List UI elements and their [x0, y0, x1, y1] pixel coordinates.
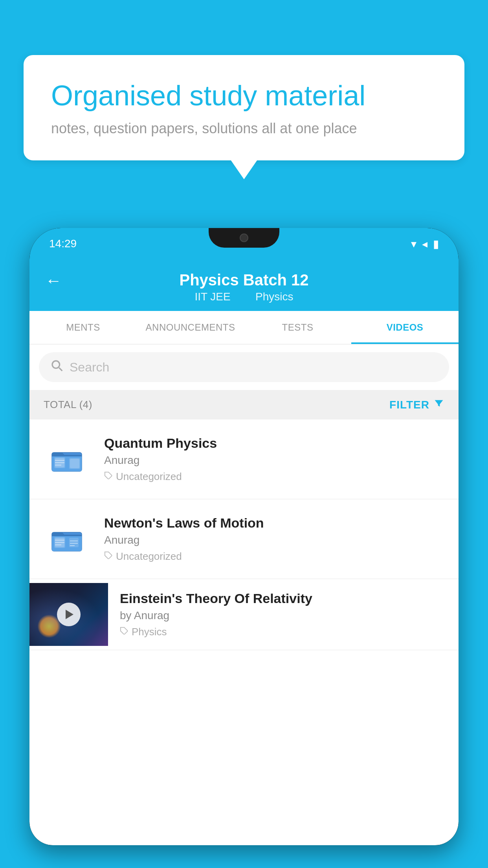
status-icons: ▾ ◂ ▮	[411, 237, 439, 250]
signal-icon: ◂	[422, 237, 427, 250]
video-item-2[interactable]: Newton's Laws of Motion Anurag Uncategor…	[29, 499, 459, 579]
tag-icon-2	[104, 550, 113, 563]
video-thumb-1	[41, 434, 92, 485]
camera	[240, 234, 248, 242]
battery-icon: ▮	[433, 237, 439, 250]
tab-ments[interactable]: MENTS	[29, 311, 137, 344]
video-list: Quantum Physics Anurag Uncategorized	[29, 419, 459, 650]
folder-icon-1	[51, 445, 83, 473]
filter-button[interactable]: FILTER	[389, 398, 444, 412]
video-info-3: Einstein's Theory Of Relativity by Anura…	[120, 579, 447, 650]
video-title-3: Einstein's Theory Of Relativity	[120, 591, 447, 606]
phone-container: 14:29 ▾ ◂ ▮ ← Physics Batch 12 IIT JEE P…	[29, 228, 459, 868]
wifi-icon: ▾	[411, 237, 416, 250]
video-author-1: Anurag	[104, 454, 447, 467]
phone-inner: ← Physics Batch 12 IIT JEE Physics MENTS…	[29, 259, 459, 845]
video-title-1: Quantum Physics	[104, 436, 447, 451]
status-bar: 14:29 ▾ ◂ ▮	[29, 228, 459, 259]
tag-icon-1	[104, 471, 113, 483]
thumbnail-3	[29, 583, 108, 646]
subtitle-separator	[242, 291, 248, 303]
filter-label: FILTER	[389, 399, 429, 411]
search-placeholder: Search	[70, 360, 109, 375]
video-info-1: Quantum Physics Anurag Uncategorized	[104, 436, 447, 483]
folder-icon-2	[51, 525, 83, 553]
app-title: Physics Batch 12	[179, 271, 308, 289]
subtitle-part2: Physics	[255, 291, 293, 303]
tab-bar: MENTS ANNOUNCEMENTS TESTS VIDEOS	[29, 311, 459, 344]
speech-bubble-section: Organised study material notes, question…	[24, 55, 464, 160]
svg-point-0	[52, 361, 60, 368]
search-bar-wrapper: Search	[29, 344, 459, 390]
filter-bar: TOTAL (4) FILTER	[29, 390, 459, 419]
video-tag-1: Uncategorized	[104, 471, 447, 483]
bubble-subtitle: notes, question papers, solutions all at…	[51, 120, 437, 137]
phone-frame: 14:29 ▾ ◂ ▮ ← Physics Batch 12 IIT JEE P…	[29, 228, 459, 845]
svg-line-1	[59, 368, 62, 371]
tag-icon-3	[120, 626, 128, 638]
back-button[interactable]: ←	[45, 271, 62, 290]
search-bar[interactable]: Search	[39, 352, 449, 382]
app-subtitle: IIT JEE Physics	[191, 291, 297, 303]
status-time: 14:29	[49, 237, 77, 250]
filter-icon	[433, 398, 444, 412]
video-item-3[interactable]: Einstein's Theory Of Relativity by Anura…	[29, 579, 459, 650]
video-item-1[interactable]: Quantum Physics Anurag Uncategorized	[29, 419, 459, 499]
tab-tests[interactable]: TESTS	[244, 311, 351, 344]
svg-rect-10	[70, 459, 79, 468]
play-button-3[interactable]	[57, 603, 81, 626]
app-header: ← Physics Batch 12 IIT JEE Physics	[29, 259, 459, 311]
tab-announcements[interactable]: ANNOUNCEMENTS	[137, 311, 244, 344]
play-triangle	[66, 610, 73, 619]
subtitle-part1: IIT JEE	[194, 291, 230, 303]
video-thumb-2	[41, 513, 92, 565]
speech-bubble: Organised study material notes, question…	[24, 55, 464, 160]
notch	[209, 228, 279, 248]
search-icon	[51, 359, 63, 375]
total-count: TOTAL (4)	[44, 399, 92, 411]
video-info-2: Newton's Laws of Motion Anurag Uncategor…	[104, 515, 447, 563]
tab-videos[interactable]: VIDEOS	[351, 311, 459, 344]
video-tag-3: Physics	[120, 626, 447, 638]
video-tag-2: Uncategorized	[104, 550, 447, 563]
video-author-2: Anurag	[104, 534, 447, 546]
bubble-title: Organised study material	[51, 79, 437, 112]
video-title-2: Newton's Laws of Motion	[104, 515, 447, 531]
video-author-3: by Anurag	[120, 609, 447, 622]
